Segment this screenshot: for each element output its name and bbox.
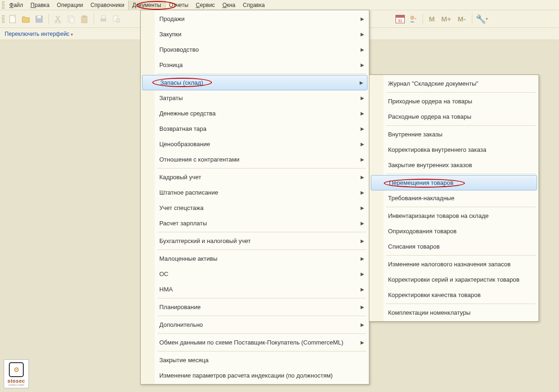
svg-point-13 bbox=[410, 16, 414, 19]
separator bbox=[386, 255, 536, 256]
submenu-arrow-icon: ▶ bbox=[361, 32, 364, 37]
dropdown-item[interactable]: Расчет зарплаты▶ bbox=[142, 216, 368, 231]
dropdown-item[interactable]: Производство▶ bbox=[142, 42, 368, 57]
submenu-item[interactable]: Инвентаризации товаров на складе bbox=[370, 208, 538, 223]
submenu-item[interactable]: Оприходования товаров bbox=[370, 223, 538, 239]
svg-rect-2 bbox=[37, 16, 41, 18]
separator bbox=[386, 125, 536, 126]
separator bbox=[386, 207, 536, 207]
dropdown-item[interactable]: Учет спецстажа▶ bbox=[142, 200, 368, 216]
submenu-item[interactable]: Закрытие внутренних заказов bbox=[370, 157, 538, 173]
wrench-icon[interactable]: 🔧▾ bbox=[476, 14, 487, 25]
svg-rect-6 bbox=[69, 17, 74, 23]
menu-операции[interactable]: Операции bbox=[53, 0, 87, 10]
submenu-item[interactable]: Корректировка внутреннего заказа bbox=[370, 142, 538, 157]
logo-widget: ⚙ stosec эксперты в общем bbox=[4, 359, 29, 388]
separator bbox=[386, 92, 536, 93]
logo-icon: ⚙ bbox=[9, 362, 24, 377]
dropdown-item[interactable]: Продажи▶ bbox=[142, 11, 368, 27]
separator bbox=[157, 168, 366, 169]
separator bbox=[157, 250, 366, 250]
separator bbox=[157, 351, 366, 351]
dropdown-item[interactable]: Обмен данными по схеме Поставщик-Покупат… bbox=[142, 335, 368, 350]
dropdown-item[interactable]: Возвратная тара▶ bbox=[142, 121, 368, 136]
logo-subtext: эксперты в общем bbox=[8, 384, 24, 386]
dropdown-item[interactable]: Изменение параметров расчета индексации … bbox=[142, 368, 368, 383]
submenu-item[interactable]: Журнал "Складские документы" bbox=[370, 76, 538, 91]
submenu-arrow-icon: ▶ bbox=[361, 95, 364, 101]
m-button[interactable]: M bbox=[427, 15, 437, 23]
submenu-item[interactable]: Расходные ордера на товары bbox=[370, 109, 538, 124]
submenu-arrow-icon: ▶ bbox=[361, 340, 364, 345]
menu-окна[interactable]: Окна bbox=[218, 0, 239, 10]
menubar: ФайлПравкаОперацииСправочникиДокументыОт… bbox=[0, 0, 559, 10]
submenu-arrow-icon: ▶ bbox=[361, 126, 364, 131]
menubar-grip bbox=[2, 1, 5, 9]
dropdown-item[interactable]: Планирование▶ bbox=[142, 299, 368, 315]
dropdown-item[interactable]: Ценообразование▶ bbox=[142, 136, 368, 152]
submenu-item[interactable]: Комплектации номенклатуры bbox=[370, 305, 538, 320]
submenu-item[interactable]: Изменение налогового назначения запасов bbox=[370, 257, 538, 272]
separator bbox=[386, 174, 536, 174]
submenu-item[interactable]: Корректировки серий и характеристик това… bbox=[370, 272, 538, 287]
dropdown-item[interactable]: Запасы (склад)▶ bbox=[142, 75, 368, 90]
menu-документы[interactable]: Документы bbox=[128, 0, 165, 10]
m-plus-button[interactable]: M+ bbox=[439, 15, 453, 23]
svg-point-14 bbox=[415, 18, 416, 20]
calendar-icon[interactable]: 31 bbox=[395, 14, 406, 25]
open-folder-icon[interactable] bbox=[20, 14, 32, 25]
dropdown-item[interactable]: Закрытие месяца bbox=[142, 352, 368, 368]
dropdown-item[interactable]: Кадровый учет▶ bbox=[142, 169, 368, 185]
paste-icon[interactable] bbox=[79, 14, 90, 25]
submenu-arrow-icon: ▶ bbox=[361, 16, 364, 21]
logo-text: stosec bbox=[7, 378, 25, 384]
print-icon[interactable] bbox=[98, 14, 109, 25]
dropdown-item[interactable]: Бухгалтерский и налоговый учет▶ bbox=[142, 233, 368, 249]
dropdown-item[interactable]: Отношения с контрагентами▶ bbox=[142, 152, 368, 167]
svg-rect-7 bbox=[82, 16, 87, 23]
new-doc-icon[interactable] bbox=[7, 14, 19, 25]
documents-dropdown: Продажи▶Закупки▶Производство▶Розница▶Зап… bbox=[140, 10, 369, 385]
submenu-arrow-icon: ▶ bbox=[361, 221, 364, 226]
submenu-item[interactable]: Приходные ордера на товары bbox=[370, 94, 538, 109]
submenu-arrow-icon: ▶ bbox=[361, 62, 364, 68]
interface-switcher[interactable]: Переключить интерфейс bbox=[5, 31, 73, 37]
svg-rect-10 bbox=[102, 16, 105, 19]
submenu-item[interactable]: Списания товаров bbox=[370, 239, 538, 254]
dropdown-item[interactable]: Денежные средства▶ bbox=[142, 106, 368, 121]
m-minus-button[interactable]: M- bbox=[456, 15, 469, 23]
menu-файл[interactable]: Файл bbox=[6, 0, 27, 10]
submenu-arrow-icon: ▶ bbox=[361, 238, 364, 243]
submenu-item[interactable]: Корректировки качества товаров bbox=[370, 287, 538, 303]
copy-icon[interactable] bbox=[66, 14, 77, 25]
submenu-item[interactable]: Требования-накладные bbox=[370, 190, 538, 206]
dropdown-item[interactable]: Затраты▶ bbox=[142, 90, 368, 106]
submenu-arrow-icon: ▶ bbox=[361, 157, 364, 162]
submenu-item[interactable]: Внутренние заказы bbox=[370, 127, 538, 142]
dropdown-item[interactable]: ОС▶ bbox=[142, 266, 368, 282]
dropdown-item[interactable]: НМА▶ bbox=[142, 282, 368, 297]
toolbar-grip bbox=[2, 15, 5, 23]
separator bbox=[157, 316, 366, 316]
dropdown-item[interactable]: Розница▶ bbox=[142, 57, 368, 73]
dropdown-item[interactable]: Дополнительно▶ bbox=[142, 317, 368, 332]
menu-сервис[interactable]: Сервис bbox=[192, 0, 218, 10]
dropdown-item[interactable]: Закупки▶ bbox=[142, 27, 368, 42]
menu-справочники[interactable]: Справочники bbox=[87, 0, 128, 10]
cut-icon[interactable] bbox=[53, 14, 64, 25]
submenu-arrow-icon: ▶ bbox=[360, 80, 363, 85]
separator bbox=[157, 333, 366, 334]
menu-справка[interactable]: Справка bbox=[239, 0, 268, 10]
submenu-item[interactable]: Перемещения товаров bbox=[371, 175, 537, 190]
separator bbox=[94, 14, 94, 25]
save-disk-icon[interactable] bbox=[34, 14, 45, 25]
menu-правка[interactable]: Правка bbox=[27, 0, 54, 10]
dropdown-item[interactable]: Штатное расписание▶ bbox=[142, 185, 368, 200]
submenu-arrow-icon: ▶ bbox=[361, 256, 364, 261]
print-preview-icon[interactable] bbox=[111, 14, 122, 25]
dropdown-item[interactable]: Малоценные активы▶ bbox=[142, 251, 368, 266]
menu-отчеты[interactable]: Отчеты bbox=[165, 0, 192, 10]
submenu-arrow-icon: ▶ bbox=[361, 111, 364, 116]
inventory-submenu: Журнал "Складские документы"Приходные ор… bbox=[369, 74, 539, 322]
users-icon[interactable] bbox=[408, 14, 419, 25]
